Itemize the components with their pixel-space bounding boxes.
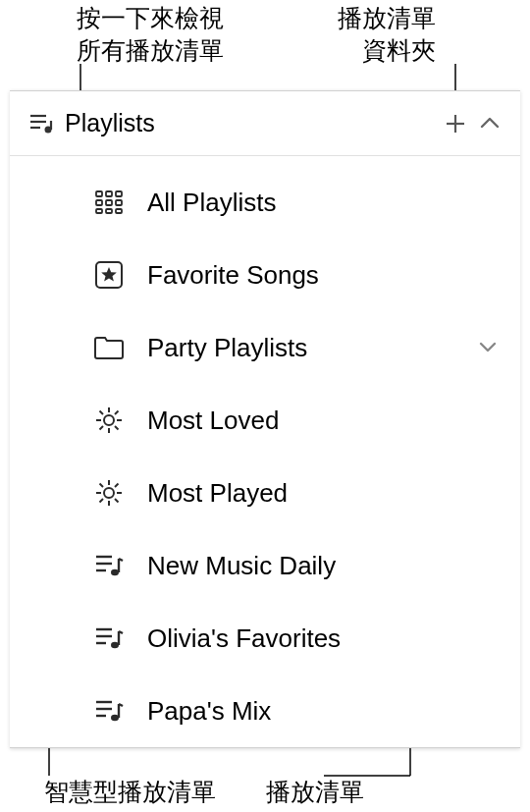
sidebar-item-label: Most Loved <box>128 406 503 436</box>
svg-line-32 <box>115 411 119 415</box>
svg-line-40 <box>115 499 119 503</box>
svg-rect-18 <box>106 200 112 205</box>
sidebar-item-party-playlists[interactable]: Party Playlists <box>10 311 520 384</box>
playlists-sidebar: Playlists <box>10 90 520 748</box>
callout-text: 播放清單 <box>338 4 436 31</box>
star-box-icon <box>90 260 128 290</box>
svg-rect-16 <box>116 191 122 196</box>
svg-rect-21 <box>106 209 112 213</box>
playlists-header: Playlists <box>10 91 520 156</box>
playlists-list: All Playlists Favorite Songs Party Playl… <box>10 156 520 747</box>
svg-rect-17 <box>96 200 102 205</box>
add-playlist-button[interactable] <box>436 112 475 135</box>
playlists-title: Playlists <box>57 109 436 137</box>
sidebar-item-most-played[interactable]: Most Played <box>10 457 520 529</box>
sidebar-item-new-music-daily[interactable]: New Music Daily <box>10 529 520 602</box>
callout-text: 所有播放清單 <box>77 36 224 64</box>
sidebar-item-label: Most Played <box>128 478 503 509</box>
sidebar-item-label: New Music Daily <box>128 551 503 581</box>
callout-text: 播放清單 <box>266 778 364 805</box>
svg-rect-19 <box>116 200 122 205</box>
sidebar-item-label: Olivia's Favorites <box>128 623 503 654</box>
svg-rect-20 <box>96 209 102 213</box>
svg-rect-15 <box>106 191 112 196</box>
sidebar-item-olivias-favorites[interactable]: Olivia's Favorites <box>10 602 520 675</box>
callout-text: 智慧型播放清單 <box>44 778 216 805</box>
music-list-icon <box>90 698 128 724</box>
chevron-down-icon[interactable] <box>473 342 503 353</box>
sidebar-item-papas-mix[interactable]: Papa's Mix <box>10 675 520 747</box>
svg-point-34 <box>104 488 114 498</box>
music-list-icon <box>90 625 128 651</box>
svg-line-31 <box>115 426 119 430</box>
callout-playlist-folder: 播放清單 資料夾 <box>338 2 436 66</box>
callout-text: 資料夾 <box>362 36 436 64</box>
playlists-header-icon <box>26 113 57 135</box>
svg-rect-22 <box>116 209 122 213</box>
music-list-icon <box>90 553 128 578</box>
svg-rect-14 <box>96 191 102 196</box>
svg-line-39 <box>100 484 104 488</box>
svg-line-33 <box>100 426 104 430</box>
callout-text: 按一下來檢視 <box>77 4 224 31</box>
callout-smart-playlist: 智慧型播放清單 <box>44 776 216 808</box>
sidebar-item-label: Party Playlists <box>128 333 473 363</box>
folder-icon <box>90 335 128 360</box>
svg-line-42 <box>100 499 104 503</box>
gear-icon <box>90 406 128 435</box>
sidebar-item-label: All Playlists <box>128 188 503 218</box>
grid-icon <box>90 190 128 214</box>
sidebar-item-most-loved[interactable]: Most Loved <box>10 384 520 457</box>
svg-line-30 <box>100 411 104 415</box>
svg-line-41 <box>115 484 119 488</box>
sidebar-item-label: Papa's Mix <box>128 696 503 727</box>
sidebar-item-all-playlists[interactable]: All Playlists <box>10 166 520 239</box>
collapse-button[interactable] <box>475 117 504 131</box>
svg-point-25 <box>104 415 114 425</box>
sidebar-item-favorite-songs[interactable]: Favorite Songs <box>10 239 520 311</box>
gear-icon <box>90 478 128 508</box>
callout-all-playlists: 按一下來檢視 所有播放清單 <box>77 2 224 66</box>
sidebar-item-label: Favorite Songs <box>128 260 503 291</box>
svg-marker-24 <box>101 267 117 282</box>
callout-playlist: 播放清單 <box>266 776 364 808</box>
